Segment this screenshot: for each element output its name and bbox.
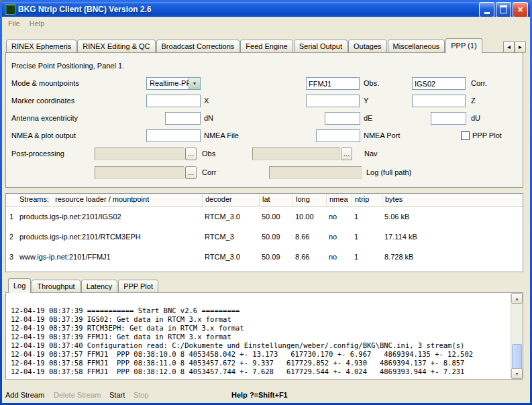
corr-label: Corr. [471, 77, 487, 90]
antenna-de-input[interactable] [325, 112, 360, 125]
row-number: 2 [6, 227, 17, 247]
streams-header-decoder[interactable]: decoder [202, 194, 259, 206]
scrollbar-thumb[interactable] [512, 344, 522, 369]
post-nav-label: Nav [364, 148, 378, 160]
obs-mountpoint-input[interactable] [306, 77, 360, 90]
tab-throughput[interactable]: Throughput [32, 280, 80, 293]
stream-bytes: 17.114 kB [382, 227, 523, 247]
maximize-icon [500, 5, 507, 13]
combo-dropdown-button[interactable]: ▼ [189, 78, 200, 89]
stream-ntrip: 1 [352, 227, 382, 247]
row-nmea-plot-output: NMEA & plot output NMEA File NMEA Port P… [6, 129, 523, 142]
maximize-button[interactable] [496, 2, 511, 17]
stream-nmea: no [326, 207, 352, 227]
stream-bytes: 8.728 kB [382, 247, 523, 267]
chevron-left-icon: ◄ [507, 44, 512, 50]
tab-log[interactable]: Log [8, 278, 31, 293]
tab-feed-engine[interactable]: Feed Engine [240, 40, 292, 53]
nmea-file-input[interactable] [146, 129, 201, 142]
stream-decoder: RTCM_3.0 [202, 247, 259, 267]
log-line: 12-04-19 08:37:39 RTCM3EPH: Get data in … [11, 324, 511, 333]
log-output[interactable]: 12-04-19 08:37:39 =========== Start BNC … [6, 293, 511, 379]
nmea-file-label: NMEA File [204, 129, 239, 142]
post-obs-file-input [95, 148, 184, 160]
obs-label: Obs. [364, 77, 379, 90]
tab-rinex-editing-qc[interactable]: RINEX Editing & QC [77, 40, 155, 53]
tab-miscellaneous[interactable]: Miscellaneous [388, 40, 445, 53]
tab-serial-output[interactable]: Serial Output [294, 40, 348, 53]
menu-help[interactable]: Help [25, 18, 50, 29]
browse-obs-button[interactable]: ... [185, 148, 197, 160]
row-marker-coordinates: Marker coordinates X Y Z [6, 95, 523, 107]
browse-corr-button[interactable]: ... [185, 166, 197, 179]
antenna-du-input[interactable] [431, 112, 466, 125]
start-button[interactable]: Start [109, 390, 125, 400]
marker-x-input[interactable] [146, 95, 201, 107]
stream-ntrip: 1 [352, 247, 382, 267]
post-corr-file-input [95, 166, 184, 179]
tab-scroll-right-button[interactable]: ► [515, 41, 526, 53]
scroll-up-button[interactable]: ▲ [511, 293, 523, 304]
marker-y-input[interactable] [306, 95, 360, 107]
menu-file[interactable]: File [3, 18, 25, 29]
log-line: 12-04-19 08:37:39 =========== Start BNC … [11, 306, 511, 315]
de-label: dE [364, 112, 372, 125]
stream-lat: 50.00 [259, 207, 292, 227]
corr-mountpoint-input[interactable] [412, 77, 466, 90]
arrow-up-icon: ▲ [515, 296, 519, 301]
y-label: Y [364, 95, 368, 107]
row-post-processing-2: ... Corr Log (full path) [6, 166, 523, 179]
streams-header-long[interactable]: long [292, 194, 326, 206]
stream-row[interactable]: 1 products.igs-ip.net:2101/IGS02 RTCM_3.… [6, 207, 523, 227]
streams-header-mountpoint[interactable]: Streams: resource loader / mountpoint [17, 194, 202, 206]
row-antenna-excentricity: Antenna excentricity dN dE dU [6, 112, 523, 125]
ppp-mode-combobox[interactable]: Realtime-PPP ▼ [146, 77, 201, 90]
close-icon: × [517, 5, 523, 14]
post-processing-label: Post-processing [11, 148, 64, 160]
stream-nmea: no [326, 247, 352, 267]
streams-header-nmea[interactable]: nmea [326, 194, 352, 206]
close-button[interactable]: × [513, 2, 528, 17]
add-stream-button[interactable]: Add Stream [5, 390, 44, 400]
nmea-plot-output-label: NMEA & plot output [11, 129, 76, 142]
stream-bytes: 5.06 kB [382, 207, 523, 227]
ppp-plot-checkbox[interactable] [461, 131, 470, 140]
scroll-down-button[interactable]: ▼ [511, 368, 523, 379]
tab-latency[interactable]: Latency [81, 280, 118, 293]
marker-z-input[interactable] [412, 95, 466, 107]
stream-row[interactable]: 2 products.igs-ip.net:2101/RTCM3EPH RTCM… [6, 227, 523, 247]
streams-table: Streams: resource loader / mountpoint de… [5, 193, 523, 272]
stream-mountpoint: products.igs-ip.net:2101/IGS02 [17, 207, 202, 227]
post-corr-label: Corr [202, 166, 216, 179]
z-label: Z [471, 95, 476, 107]
streams-header-lat[interactable]: lat [259, 194, 292, 206]
tab-outages[interactable]: Outages [348, 40, 387, 53]
streams-header-ntrip[interactable]: ntrip [352, 194, 382, 206]
nmea-port-input[interactable] [316, 129, 360, 142]
stream-row[interactable]: 3 www.igs-ip.net:2101/FFMJ1 RTCM_3.0 50.… [6, 247, 523, 267]
tab-broadcast-corrections[interactable]: Broadcast Corrections [156, 40, 240, 53]
log-line: 12-04-19 08:37:58 FFMJ1 PPP 08:38:11.0 8… [11, 359, 511, 367]
tab-rinex-ephemeris[interactable]: RINEX Ephemeris [6, 40, 76, 53]
mode-mountpoints-label: Mode & mountpoints [11, 77, 79, 90]
tab-scroll-left-button[interactable]: ◄ [503, 41, 515, 53]
stream-mountpoint: products.igs-ip.net:2101/RTCM3EPH [17, 227, 202, 247]
streams-header-gutter [6, 194, 17, 206]
stream-decoder: RTCM_3 [202, 227, 259, 247]
log-scrollbar[interactable]: ▲ ▼ [511, 293, 523, 379]
post-log-label: Log (full path) [366, 166, 411, 179]
ppp-panel: Precise Point Positioning, Panel 1. Mode… [5, 52, 523, 188]
marker-coordinates-label: Marker coordinates [11, 95, 74, 107]
log-line: 12-04-19 08:37:39 IGS02: Get data in RTC… [11, 315, 511, 324]
antenna-dn-input[interactable] [165, 112, 201, 125]
title-bar[interactable]: BKG Ntrip Client (BNC) Version 2.6 × [2, 2, 530, 17]
arrow-down-icon: ▼ [515, 371, 519, 376]
stream-decoder: RTCM_3.0 [202, 207, 259, 227]
chevron-right-icon: ► [518, 44, 523, 50]
minimize-button[interactable] [479, 2, 494, 17]
tab-ppp-plot[interactable]: PPP Plot [118, 280, 158, 293]
streams-header-bytes[interactable]: bytes [382, 194, 523, 206]
tab-ppp-1[interactable]: PPP (1) [445, 38, 482, 53]
log-line: 12-04-19 08:37:40 Configuration read: C:… [11, 341, 511, 350]
browse-nav-button[interactable]: ... [341, 148, 352, 160]
